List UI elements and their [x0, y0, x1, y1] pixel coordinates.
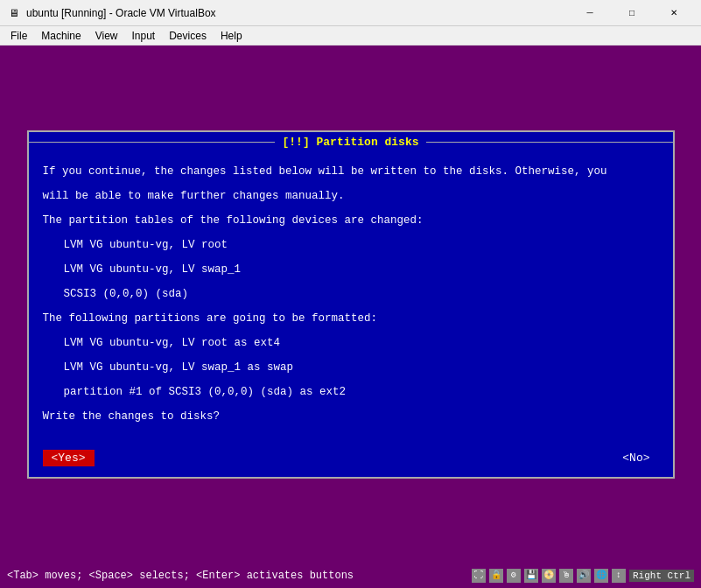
dialog-indent6: partition #1 of SCSI3 (0,0,0) (sda) as e…: [43, 383, 659, 401]
statusbar-right: ⛶ 🔒 ⚙ 💾 📀 🖱 🔊 🌐 ↕ Right Ctrl: [472, 569, 694, 583]
taskbar-icon-2: 🔒: [489, 569, 503, 583]
window-icon: 🖥: [7, 6, 21, 20]
dialog-line1: If you continue, the changes listed belo…: [43, 163, 659, 180]
dialog-question: Write the changes to disks?: [43, 408, 659, 425]
dialog-indent4: LVM VG ubuntu-vg, LV root as ext4: [43, 334, 659, 352]
minimize-button[interactable]: ─: [570, 0, 610, 26]
rightctrl-label: Right Ctrl: [629, 570, 694, 582]
dialog-indent2: LVM VG ubuntu-vg, LV swap_1: [43, 261, 659, 278]
vm-display-area: [!!] Partition disks If you continue, th…: [0, 46, 701, 564]
taskbar-icon-1: ⛶: [472, 569, 486, 583]
dialog-indent5: LVM VG ubuntu-vg, LV swap_1 as swap: [43, 359, 659, 376]
dialog-indent3: SCSI3 (0,0,0) (sda): [43, 285, 659, 303]
menu-view[interactable]: View: [88, 28, 125, 44]
taskbar-icon-5: 📀: [542, 569, 556, 583]
taskbar-icon-3: ⚙: [507, 569, 521, 583]
dialog-content: If you continue, the changes listed belo…: [29, 152, 673, 443]
taskbar-icon-7: 🔊: [577, 569, 591, 583]
taskbar-icon-4: 💾: [524, 569, 538, 583]
window-titlebar: 🖥 ubuntu [Running] - Oracle VM VirtualBo…: [0, 0, 701, 26]
window-title: ubuntu [Running] - Oracle VM VirtualBox: [26, 7, 570, 19]
maximize-button[interactable]: □: [612, 0, 652, 26]
close-button[interactable]: ✕: [654, 0, 694, 26]
dialog-buttons: <Yes> <No>: [29, 443, 673, 477]
menu-bar: File Machine View Input Devices Help: [0, 26, 701, 46]
vm-statusbar: <Tab> moves; <Space> selects; <Enter> ac…: [0, 564, 701, 588]
menu-input[interactable]: Input: [125, 28, 163, 44]
statusbar-text: <Tab> moves; <Space> selects; <Enter> ac…: [7, 570, 354, 582]
taskbar-icon-8: 🌐: [594, 569, 608, 583]
menu-help[interactable]: Help: [214, 28, 249, 44]
dialog-indent1: LVM VG ubuntu-vg, LV root: [43, 236, 659, 254]
partition-dialog: [!!] Partition disks If you continue, th…: [27, 130, 675, 479]
dialog-title: [!!] Partition disks: [275, 136, 425, 149]
taskbar-icon-9: ↕: [612, 569, 626, 583]
menu-file[interactable]: File: [4, 28, 34, 44]
menu-devices[interactable]: Devices: [162, 28, 214, 44]
title-line-left: [29, 142, 276, 143]
title-line-right: [426, 142, 673, 143]
dialog-line3: The partition tables of the following de…: [43, 212, 659, 229]
no-button[interactable]: <No>: [613, 450, 658, 466]
window-controls: ─ □ ✕: [570, 0, 694, 26]
yes-button[interactable]: <Yes>: [43, 450, 95, 466]
dialog-titlebar: [!!] Partition disks: [29, 132, 673, 152]
menu-machine[interactable]: Machine: [34, 28, 88, 44]
dialog-line2: will be able to make further changes man…: [43, 187, 659, 205]
dialog-line4: The following partitions are going to be…: [43, 310, 659, 327]
taskbar-icon-6: 🖱: [559, 569, 573, 583]
